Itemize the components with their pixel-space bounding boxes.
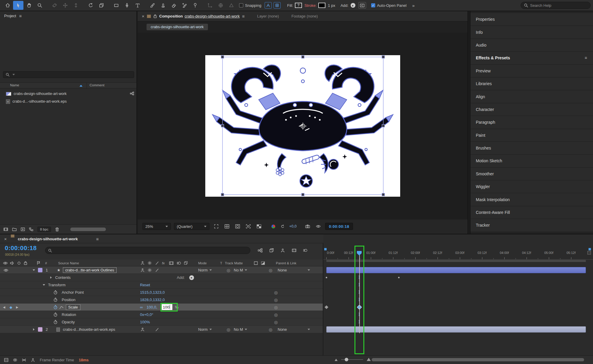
layer-expand-icon[interactable]: [33, 326, 35, 333]
zoom-slider-knob[interactable]: [345, 358, 348, 361]
keyframe-at-time-icon[interactable]: ◆: [9, 303, 12, 311]
scale-row[interactable]: ◀ ◆ ▶ Scale ∞ 100,0, 100 % ◎: [0, 303, 323, 311]
scale-y-input[interactable]: 100: [162, 304, 172, 310]
parent-dropdown[interactable]: None: [278, 266, 310, 274]
effects-column-icon[interactable]: fx: [162, 260, 165, 266]
composition-panel-menu-icon[interactable]: ≡: [242, 14, 245, 19]
stroke-swatch[interactable]: [318, 3, 325, 8]
quality-toggle-icon[interactable]: [155, 266, 159, 274]
comment-column-header[interactable]: Comment: [90, 83, 104, 87]
track-matte-pickwhip-icon[interactable]: ◎: [227, 266, 230, 274]
exposure-reset-icon[interactable]: [279, 223, 286, 230]
fill-label[interactable]: Fill:: [287, 3, 293, 8]
mode-column-header[interactable]: Mode: [198, 260, 207, 266]
layer-row-1[interactable]: 1 ★ crabs-d...tte-art-work Outlines Norm…: [0, 266, 323, 274]
quality-toggle-icon[interactable]: [155, 326, 159, 333]
layer-expand-icon[interactable]: [33, 266, 35, 274]
motion-blur-icon[interactable]: [301, 247, 310, 254]
previous-keyframe-icon[interactable]: ◀: [3, 303, 5, 311]
label-color-swatch[interactable]: [38, 268, 42, 272]
layer-switches-pane-icon[interactable]: [4, 358, 8, 362]
contents-group-row[interactable]: Contents Add: ▸: [0, 274, 323, 281]
magnification-dropdown[interactable]: 25%: [142, 223, 171, 230]
panel-tab-align[interactable]: Align: [470, 90, 593, 103]
dolly-tool-icon[interactable]: [71, 1, 81, 10]
transparency-grid-icon[interactable]: [255, 223, 263, 230]
stopwatch-icon[interactable]: [53, 289, 58, 296]
axis-world-tool-icon[interactable]: [215, 1, 226, 10]
stopwatch-icon[interactable]: [53, 311, 58, 318]
layer-row-2[interactable]: 2 crabs-d...lhouette-art-work.eps Norm ◎…: [0, 326, 323, 333]
draft-3d-icon[interactable]: [267, 247, 276, 254]
panel-tab-motion-sketch[interactable]: Motion Sketch: [470, 155, 593, 167]
rectangle-tool-icon[interactable]: [111, 1, 121, 10]
zoom-out-icon[interactable]: [335, 359, 338, 361]
tab-footage[interactable]: Footage (none): [291, 14, 318, 18]
layer-2-duration-bar[interactable]: [326, 326, 586, 333]
panel-tab-libraries[interactable]: Libraries: [470, 77, 593, 90]
lock-column-icon[interactable]: [24, 260, 27, 266]
tab-layer[interactable]: Layer (none): [257, 14, 279, 18]
snap-along-edges-icon[interactable]: [265, 2, 272, 9]
track-matte-dropdown[interactable]: No M: [234, 266, 247, 274]
project-panel-menu-icon[interactable]: ≡: [19, 13, 22, 18]
name-column-header[interactable]: Name: [10, 83, 19, 87]
rotation-label[interactable]: Rotation: [62, 311, 76, 318]
opacity-row[interactable]: Opacity 100% ◎: [0, 318, 323, 326]
parent-dropdown[interactable]: None: [278, 326, 310, 333]
graph-editor-set-icon[interactable]: [59, 303, 63, 311]
project-item-footage[interactable]: e crabs-d...-silhouette-art-work.eps: [0, 98, 136, 105]
axis-local-tool-icon[interactable]: [205, 1, 215, 10]
transform-label[interactable]: Transform: [48, 281, 66, 289]
video-column-icon[interactable]: [3, 260, 8, 266]
frame-blend-column-icon[interactable]: [169, 260, 174, 266]
work-area-bar[interactable]: [326, 260, 586, 262]
snapshot-icon[interactable]: [304, 223, 311, 230]
lock-icon[interactable]: [153, 14, 157, 18]
panel-tab-tracker[interactable]: Tracker: [470, 219, 593, 232]
home-tool-icon[interactable]: [2, 1, 13, 10]
comp-marker-bin-icon[interactable]: [587, 251, 591, 255]
panel-tab-paragraph[interactable]: Paragraph: [470, 116, 593, 129]
transfer-controls-pane-icon[interactable]: [13, 358, 17, 362]
layer-1-duration-bar[interactable]: [326, 267, 586, 273]
preserve-transparency-icon[interactable]: [254, 260, 258, 266]
panel-tab-info[interactable]: Info: [470, 26, 593, 39]
panel-tab-effects-presets[interactable]: Effects & Presets≡: [470, 52, 593, 64]
playhead-line[interactable]: [359, 255, 360, 333]
property-pickwhip-icon[interactable]: ◎: [274, 303, 278, 311]
rotation-value[interactable]: 0x+0,0°: [140, 311, 153, 318]
type-tool-icon[interactable]: [132, 1, 143, 10]
transform-group-row[interactable]: Transform Reset: [0, 281, 323, 289]
panel-tab-smoother[interactable]: Smoother: [470, 168, 593, 180]
timeline-menu-icon[interactable]: ≡: [96, 234, 99, 243]
breadcrumb[interactable]: crabs-design-silhouette-art-work: [147, 24, 208, 30]
audio-column-icon[interactable]: [10, 260, 14, 266]
summary-keyframe-dot[interactable]: [398, 277, 400, 278]
interpret-footage-icon[interactable]: [4, 228, 8, 231]
property-pickwhip-icon[interactable]: ◎: [274, 289, 278, 296]
panel-tab-properties[interactable]: Properties: [470, 13, 593, 26]
shy-toggle-icon[interactable]: [141, 326, 144, 333]
stopwatch-icon[interactable]: [53, 318, 58, 326]
anchor-point-row[interactable]: Anchor Point 1515,0,1323,0 ◎: [0, 289, 323, 296]
mask-visibility-icon[interactable]: [234, 223, 241, 230]
label-color-swatch[interactable]: [38, 327, 42, 332]
color-depth-button[interactable]: 8 bpc: [37, 227, 51, 232]
collapse-column-icon[interactable]: [148, 260, 152, 266]
source-name-column-header[interactable]: Source Name: [58, 260, 79, 266]
zoom-fit-icon[interactable]: [212, 223, 220, 230]
project-horizontal-scrollbar[interactable]: [70, 228, 106, 231]
toolbar-overflow-icon[interactable]: »: [412, 3, 414, 8]
position-row[interactable]: Position 1828,0,1332,0 ◎: [0, 296, 323, 303]
track-matte-column-header[interactable]: Track Matte: [225, 260, 243, 266]
next-keyframe-icon[interactable]: ▶: [16, 303, 18, 311]
scale-x-value[interactable]: 100,0,: [147, 303, 157, 311]
new-composition-icon[interactable]: [21, 228, 25, 231]
brush-tool-icon[interactable]: [147, 1, 158, 10]
eraser-tool-icon[interactable]: [168, 1, 179, 10]
stopwatch-icon[interactable]: [53, 296, 58, 303]
anchor-point-label[interactable]: Anchor Point: [62, 289, 84, 296]
snapping-checkbox-box[interactable]: [239, 3, 243, 7]
clone-stamp-tool-icon[interactable]: [158, 1, 168, 10]
